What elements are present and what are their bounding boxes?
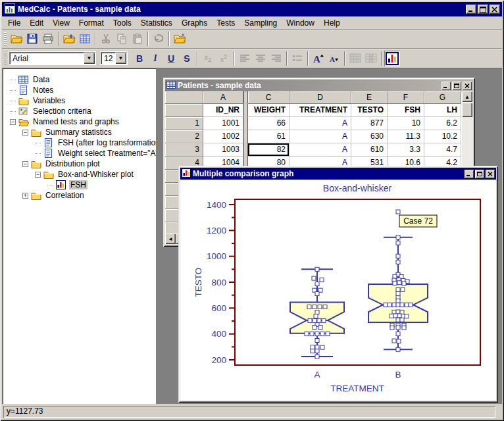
- pane-splitter[interactable]: [243, 117, 248, 130]
- vscroll-thumb[interactable]: [462, 103, 472, 117]
- print-icon[interactable]: [40, 31, 56, 47]
- window-titlebar[interactable]: MedCalc - Patients - sample data: [2, 2, 502, 16]
- pane-splitter[interactable]: [243, 143, 248, 157]
- cell[interactable]: 6.2: [424, 117, 461, 130]
- font-increase-icon[interactable]: A: [311, 51, 326, 66]
- tree-item-label[interactable]: Data: [32, 75, 51, 84]
- tree-item-distribution-plot[interactable]: −Distribution plot: [2, 159, 156, 169]
- font-name-combo[interactable]: Arial ▼: [9, 51, 96, 65]
- cell[interactable]: A: [290, 117, 351, 130]
- cell[interactable]: TESTO: [351, 104, 388, 117]
- cell[interactable]: WEIGHT: [248, 104, 290, 117]
- box-whisker-chart[interactable]: Box-and-whisker200400600800100012001400T…: [180, 180, 496, 401]
- cell[interactable]: 4.7: [424, 143, 461, 157]
- column-header[interactable]: A: [203, 91, 243, 104]
- tree-item-label[interactable]: Variables: [32, 96, 66, 105]
- menu-item-edit[interactable]: Edit: [25, 17, 48, 29]
- menu-item-view[interactable]: View: [48, 17, 74, 29]
- menu-item-tools[interactable]: Tools: [109, 17, 136, 29]
- column-header[interactable]: F: [388, 91, 424, 104]
- font-name-dropdown-icon[interactable]: ▼: [84, 53, 95, 64]
- cell[interactable]: 10.2: [424, 130, 461, 143]
- tree-item-named-tests-and-graphs[interactable]: −Named tests and graphs: [2, 116, 156, 127]
- tree-item-notes[interactable]: Notes: [2, 85, 156, 95]
- tree-item-label[interactable]: Notes: [32, 86, 55, 95]
- tree-item-box-and-whisker-plot[interactable]: −Box-and-Whisker plot: [2, 169, 156, 180]
- graph-minimize-button[interactable]: [465, 170, 474, 178]
- cell[interactable]: 10: [388, 117, 424, 130]
- pane-splitter[interactable]: [243, 91, 248, 104]
- underline-icon[interactable]: U: [163, 51, 179, 66]
- collapse-icon[interactable]: −: [22, 161, 28, 167]
- column-header[interactable]: E: [351, 91, 388, 104]
- tree-item-data[interactable]: Data: [2, 74, 156, 85]
- menu-item-graphs[interactable]: Graphs: [177, 17, 212, 29]
- collapse-icon[interactable]: −: [22, 130, 28, 136]
- cell[interactable]: A: [290, 130, 351, 143]
- menu-item-window[interactable]: Window: [282, 17, 319, 29]
- open-recent-icon[interactable]: [172, 31, 188, 47]
- tree-item-label[interactable]: FSH: [69, 180, 88, 189]
- collapse-icon[interactable]: −: [10, 119, 16, 125]
- cell[interactable]: 1002: [203, 130, 243, 143]
- cell[interactable]: A: [290, 143, 351, 157]
- cell[interactable]: ID_NR: [203, 104, 243, 117]
- bold-icon[interactable]: B: [132, 51, 147, 66]
- row-header[interactable]: 2: [165, 130, 203, 143]
- sheet-minimize-button[interactable]: [441, 82, 451, 90]
- strikethrough-icon[interactable]: S: [179, 51, 195, 66]
- open-example-icon[interactable]: [61, 31, 77, 47]
- toolbar-grip[interactable]: [4, 32, 7, 45]
- font-decrease-icon[interactable]: A: [326, 51, 342, 66]
- font-size-dropdown-icon[interactable]: ▼: [115, 53, 126, 64]
- scroll-up-icon[interactable]: ▲: [462, 91, 472, 102]
- tree-item-variables[interactable]: Variables: [2, 95, 156, 106]
- spreadsheet-window-titlebar[interactable]: Patients - sample data: [165, 80, 473, 91]
- tree-item-label[interactable]: FSH (after log transformation): [57, 138, 156, 147]
- column-header[interactable]: [165, 91, 203, 104]
- italic-icon[interactable]: I: [147, 51, 163, 66]
- graph-icon[interactable]: [384, 51, 400, 66]
- sheet-maximize-button[interactable]: [452, 82, 461, 90]
- cell[interactable]: 610: [351, 143, 388, 157]
- tree-item-label[interactable]: Named tests and graphs: [32, 117, 120, 126]
- cell[interactable]: 877: [351, 117, 388, 130]
- row-header[interactable]: 3: [165, 143, 203, 157]
- column-header[interactable]: C: [248, 91, 290, 104]
- tree-item-label[interactable]: Weight select Treatment="A": [57, 149, 156, 158]
- cell[interactable]: 3.3: [388, 143, 424, 157]
- cell[interactable]: 11.3: [388, 130, 424, 143]
- cell[interactable]: 1003: [203, 143, 243, 157]
- menu-item-tests[interactable]: Tests: [212, 17, 239, 29]
- row-header[interactable]: 1: [165, 117, 203, 130]
- menu-item-format[interactable]: Format: [74, 17, 109, 29]
- toolbar-grip[interactable]: [4, 52, 7, 65]
- tree-item-correlation[interactable]: +Correlation: [2, 190, 156, 201]
- cell[interactable]: TREATMENT: [290, 104, 351, 117]
- graph-window-titlebar[interactable]: Multiple comparison graph: [180, 168, 496, 180]
- expand-icon[interactable]: +: [22, 193, 28, 199]
- tree-item-fsh[interactable]: FSH: [2, 180, 156, 190]
- cell[interactable]: FSH: [388, 104, 424, 117]
- menu-item-file[interactable]: File: [3, 17, 25, 29]
- cell[interactable]: 630: [351, 130, 388, 143]
- cell[interactable]: 66: [248, 117, 290, 130]
- close-button[interactable]: [490, 5, 500, 14]
- row-header[interactable]: [165, 104, 203, 117]
- menu-item-help[interactable]: Help: [319, 17, 345, 29]
- sheet-close-button[interactable]: [463, 82, 472, 90]
- tree-item-selection-criteria[interactable]: Selection criteria: [2, 106, 156, 116]
- graph-maximize-button[interactable]: [475, 170, 484, 178]
- tree-item-label[interactable]: Distribution plot: [44, 159, 101, 168]
- save-icon[interactable]: [24, 31, 40, 47]
- tree-item-summary-statistics[interactable]: −Summary statistics: [2, 127, 156, 137]
- column-header[interactable]: D: [290, 91, 351, 104]
- cell[interactable]: 82: [248, 143, 290, 157]
- cell[interactable]: 1001: [203, 117, 243, 130]
- tree-item-label[interactable]: Correlation: [44, 191, 86, 200]
- scroll-left-icon[interactable]: ◄: [165, 234, 176, 244]
- menu-item-sampling[interactable]: Sampling: [239, 17, 282, 29]
- spreadsheet-icon[interactable]: [77, 31, 93, 47]
- tree-item-weight-select-treatment-a[interactable]: Weight select Treatment="A": [2, 148, 156, 159]
- menu-item-statistics[interactable]: Statistics: [136, 17, 177, 29]
